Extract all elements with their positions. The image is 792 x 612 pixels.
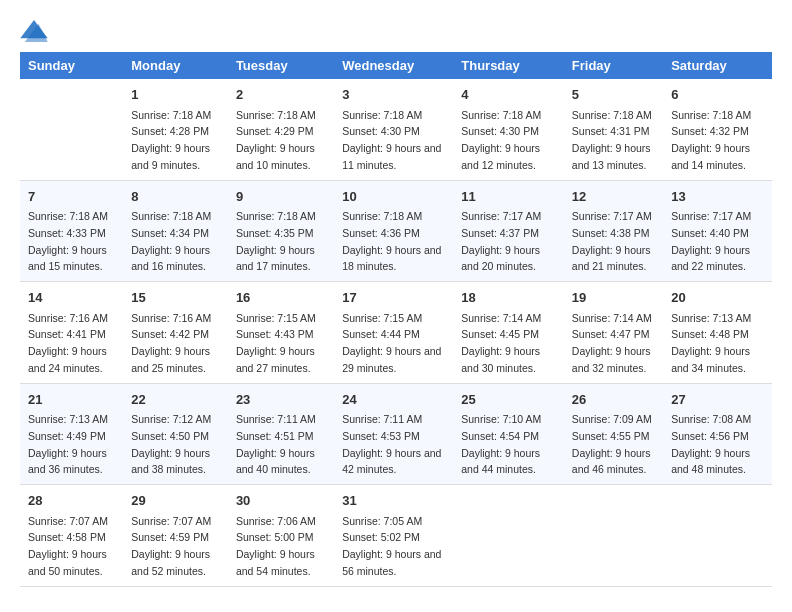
days-header-row: SundayMondayTuesdayWednesdayThursdayFrid… — [20, 52, 772, 79]
daylight-info: Daylight: 9 hours and 30 minutes. — [461, 345, 540, 374]
calendar-cell: 22Sunrise: 7:12 AMSunset: 4:50 PMDayligh… — [123, 383, 228, 485]
sunrise-info: Sunrise: 7:18 AM — [28, 210, 108, 222]
day-header-thursday: Thursday — [453, 52, 564, 79]
sunrise-info: Sunrise: 7:16 AM — [28, 312, 108, 324]
calendar-cell: 9Sunrise: 7:18 AMSunset: 4:35 PMDaylight… — [228, 180, 334, 282]
calendar-cell: 4Sunrise: 7:18 AMSunset: 4:30 PMDaylight… — [453, 79, 564, 180]
sunrise-info: Sunrise: 7:17 AM — [671, 210, 751, 222]
sunset-info: Sunset: 4:28 PM — [131, 125, 209, 137]
sunset-info: Sunset: 4:30 PM — [461, 125, 539, 137]
sunset-info: Sunset: 4:35 PM — [236, 227, 314, 239]
day-number: 13 — [671, 187, 764, 207]
sunset-info: Sunset: 4:47 PM — [572, 328, 650, 340]
day-header-monday: Monday — [123, 52, 228, 79]
calendar-cell — [564, 485, 663, 587]
sunrise-info: Sunrise: 7:18 AM — [461, 109, 541, 121]
day-number: 28 — [28, 491, 115, 511]
daylight-info: Daylight: 9 hours and 18 minutes. — [342, 244, 441, 273]
sunrise-info: Sunrise: 7:18 AM — [131, 109, 211, 121]
daylight-info: Daylight: 9 hours and 29 minutes. — [342, 345, 441, 374]
calendar-cell: 20Sunrise: 7:13 AMSunset: 4:48 PMDayligh… — [663, 282, 772, 384]
week-row-1: 1Sunrise: 7:18 AMSunset: 4:28 PMDaylight… — [20, 79, 772, 180]
day-number: 4 — [461, 85, 556, 105]
day-number: 29 — [131, 491, 220, 511]
calendar-cell: 26Sunrise: 7:09 AMSunset: 4:55 PMDayligh… — [564, 383, 663, 485]
sunset-info: Sunset: 4:58 PM — [28, 531, 106, 543]
day-number: 6 — [671, 85, 764, 105]
sunrise-info: Sunrise: 7:17 AM — [461, 210, 541, 222]
calendar-cell: 30Sunrise: 7:06 AMSunset: 5:00 PMDayligh… — [228, 485, 334, 587]
day-number: 7 — [28, 187, 115, 207]
header — [20, 20, 772, 42]
sunset-info: Sunset: 4:51 PM — [236, 430, 314, 442]
sunrise-info: Sunrise: 7:18 AM — [572, 109, 652, 121]
calendar-cell: 2Sunrise: 7:18 AMSunset: 4:29 PMDaylight… — [228, 79, 334, 180]
calendar-cell — [453, 485, 564, 587]
day-number: 16 — [236, 288, 326, 308]
daylight-info: Daylight: 9 hours and 17 minutes. — [236, 244, 315, 273]
week-row-4: 21Sunrise: 7:13 AMSunset: 4:49 PMDayligh… — [20, 383, 772, 485]
sunset-info: Sunset: 4:31 PM — [572, 125, 650, 137]
daylight-info: Daylight: 9 hours and 48 minutes. — [671, 447, 750, 476]
daylight-info: Daylight: 9 hours and 52 minutes. — [131, 548, 210, 577]
sunrise-info: Sunrise: 7:18 AM — [236, 109, 316, 121]
calendar-cell — [20, 79, 123, 180]
calendar-cell: 5Sunrise: 7:18 AMSunset: 4:31 PMDaylight… — [564, 79, 663, 180]
sunrise-info: Sunrise: 7:18 AM — [671, 109, 751, 121]
day-number: 24 — [342, 390, 445, 410]
calendar-cell: 25Sunrise: 7:10 AMSunset: 4:54 PMDayligh… — [453, 383, 564, 485]
sunrise-info: Sunrise: 7:17 AM — [572, 210, 652, 222]
sunset-info: Sunset: 4:44 PM — [342, 328, 420, 340]
sunset-info: Sunset: 4:41 PM — [28, 328, 106, 340]
sunrise-info: Sunrise: 7:15 AM — [236, 312, 316, 324]
sunset-info: Sunset: 4:43 PM — [236, 328, 314, 340]
daylight-info: Daylight: 9 hours and 56 minutes. — [342, 548, 441, 577]
sunset-info: Sunset: 4:37 PM — [461, 227, 539, 239]
sunset-info: Sunset: 4:48 PM — [671, 328, 749, 340]
week-row-2: 7Sunrise: 7:18 AMSunset: 4:33 PMDaylight… — [20, 180, 772, 282]
day-number: 18 — [461, 288, 556, 308]
day-number: 26 — [572, 390, 655, 410]
sunset-info: Sunset: 4:33 PM — [28, 227, 106, 239]
calendar-cell: 11Sunrise: 7:17 AMSunset: 4:37 PMDayligh… — [453, 180, 564, 282]
calendar-cell: 13Sunrise: 7:17 AMSunset: 4:40 PMDayligh… — [663, 180, 772, 282]
sunset-info: Sunset: 4:42 PM — [131, 328, 209, 340]
calendar-cell: 19Sunrise: 7:14 AMSunset: 4:47 PMDayligh… — [564, 282, 663, 384]
day-number: 14 — [28, 288, 115, 308]
daylight-info: Daylight: 9 hours and 13 minutes. — [572, 142, 651, 171]
calendar-cell: 31Sunrise: 7:05 AMSunset: 5:02 PMDayligh… — [334, 485, 453, 587]
sunrise-info: Sunrise: 7:18 AM — [342, 210, 422, 222]
day-number: 11 — [461, 187, 556, 207]
daylight-info: Daylight: 9 hours and 46 minutes. — [572, 447, 651, 476]
daylight-info: Daylight: 9 hours and 21 minutes. — [572, 244, 651, 273]
day-number: 20 — [671, 288, 764, 308]
logo-icon — [20, 20, 48, 42]
day-number: 27 — [671, 390, 764, 410]
daylight-info: Daylight: 9 hours and 24 minutes. — [28, 345, 107, 374]
daylight-info: Daylight: 9 hours and 11 minutes. — [342, 142, 441, 171]
day-number: 5 — [572, 85, 655, 105]
day-number: 1 — [131, 85, 220, 105]
sunrise-info: Sunrise: 7:14 AM — [461, 312, 541, 324]
sunset-info: Sunset: 4:59 PM — [131, 531, 209, 543]
calendar-cell: 14Sunrise: 7:16 AMSunset: 4:41 PMDayligh… — [20, 282, 123, 384]
sunrise-info: Sunrise: 7:06 AM — [236, 515, 316, 527]
calendar-cell: 12Sunrise: 7:17 AMSunset: 4:38 PMDayligh… — [564, 180, 663, 282]
day-number: 19 — [572, 288, 655, 308]
calendar-cell: 1Sunrise: 7:18 AMSunset: 4:28 PMDaylight… — [123, 79, 228, 180]
day-header-saturday: Saturday — [663, 52, 772, 79]
sunrise-info: Sunrise: 7:05 AM — [342, 515, 422, 527]
daylight-info: Daylight: 9 hours and 14 minutes. — [671, 142, 750, 171]
day-header-tuesday: Tuesday — [228, 52, 334, 79]
daylight-info: Daylight: 9 hours and 25 minutes. — [131, 345, 210, 374]
sunrise-info: Sunrise: 7:09 AM — [572, 413, 652, 425]
calendar-cell: 6Sunrise: 7:18 AMSunset: 4:32 PMDaylight… — [663, 79, 772, 180]
daylight-info: Daylight: 9 hours and 44 minutes. — [461, 447, 540, 476]
sunset-info: Sunset: 4:40 PM — [671, 227, 749, 239]
daylight-info: Daylight: 9 hours and 36 minutes. — [28, 447, 107, 476]
daylight-info: Daylight: 9 hours and 38 minutes. — [131, 447, 210, 476]
calendar-cell: 15Sunrise: 7:16 AMSunset: 4:42 PMDayligh… — [123, 282, 228, 384]
sunset-info: Sunset: 4:32 PM — [671, 125, 749, 137]
sunset-info: Sunset: 5:02 PM — [342, 531, 420, 543]
calendar-table: SundayMondayTuesdayWednesdayThursdayFrid… — [20, 52, 772, 587]
